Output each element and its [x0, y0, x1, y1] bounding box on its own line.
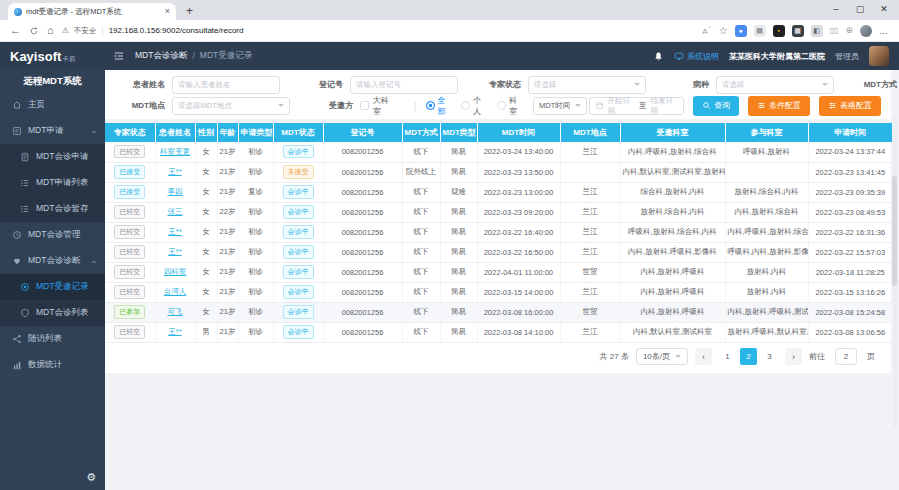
- sidebar-item-mdt-apply-draft[interactable]: MDT会诊暂存: [0, 196, 105, 222]
- browser-menu-icon[interactable]: …: [879, 26, 889, 36]
- sidebar-item-followup-list[interactable]: 随访列表: [0, 326, 105, 352]
- column-header-13: 申请时间: [808, 123, 892, 142]
- column-header-1: 患者姓名: [155, 123, 195, 142]
- page-button-1[interactable]: 1: [719, 348, 736, 365]
- collections-icon[interactable]: ⊕: [845, 26, 853, 35]
- extension-icon[interactable]: ◧: [811, 25, 823, 37]
- patient-name-link[interactable]: 台湾人: [164, 287, 187, 296]
- mdt-status-badge: 会诊中: [283, 285, 314, 298]
- table-row[interactable]: 已接受李四女21岁复诊会诊中0082001256线下疑难2022-03-23 1…: [105, 182, 892, 202]
- extension-icon[interactable]: ▦: [792, 25, 804, 37]
- registry-input[interactable]: [350, 76, 458, 94]
- sidebar-item-mdt-manage[interactable]: MDT会诊管理: [0, 222, 105, 248]
- sidebar-item-mdt-apply-form[interactable]: MDT会诊申请: [0, 144, 105, 170]
- refresh-icon[interactable]: [29, 25, 39, 36]
- sidebar-item-mdt-apply[interactable]: MDT申请: [0, 118, 105, 144]
- font-size-icon[interactable]: A⌃: [702, 26, 712, 36]
- cell-apply-type: 初诊: [238, 162, 273, 182]
- mdt-place-select[interactable]: 请选择MDT地点: [172, 97, 290, 115]
- system-help-link[interactable]: 系统说明: [674, 51, 719, 62]
- patient-name-link[interactable]: 王**: [168, 227, 181, 236]
- patient-name-link[interactable]: 王**: [168, 167, 181, 176]
- cell-mdt-mode: 线下: [402, 142, 440, 162]
- cell-expert-status: 已转交: [105, 142, 155, 162]
- page-size-select[interactable]: 10条/页: [636, 348, 688, 365]
- user-avatar[interactable]: [869, 46, 889, 66]
- extension-icon[interactable]: ▤: [754, 25, 766, 37]
- window-close-button[interactable]: ✕: [873, 0, 895, 20]
- big-dept-label: 大科室: [373, 95, 392, 117]
- disease-select[interactable]: 请选择: [716, 76, 834, 94]
- page-button-3[interactable]: 3: [761, 348, 778, 365]
- sidebar-item-mdt-diagnose[interactable]: MDT会诊诊断: [0, 248, 105, 274]
- invitee-radio-科室[interactable]: [497, 101, 506, 110]
- tab-title: mdt受邀记录 - 远程MDT系统: [26, 7, 161, 17]
- invitee-radio-全部[interactable]: [426, 101, 435, 110]
- browser-tab[interactable]: mdt受邀记录 - 远程MDT系统 ×: [8, 3, 176, 20]
- browser-profile-avatar[interactable]: [860, 25, 872, 37]
- table-row[interactable]: 已转交王**男21岁初诊会诊中0082001256线下简易2022-03-08 …: [105, 322, 892, 342]
- new-tab-button[interactable]: +: [186, 3, 193, 20]
- notification-bell-icon[interactable]: [653, 50, 664, 61]
- extension-icon[interactable]: ●: [735, 25, 747, 37]
- column-header-12: 参与科室: [725, 123, 808, 142]
- window-maximize-button[interactable]: ▢: [849, 0, 871, 20]
- scrollbar-thumb[interactable]: [892, 176, 897, 286]
- cell-apply-time: 2022-03-15 13:16:26: [808, 282, 892, 302]
- table-row[interactable]: 已接受王**女21岁初诊未接受0082001256院外线上简易2022-03-2…: [105, 162, 892, 182]
- tab-close-icon[interactable]: ×: [165, 7, 170, 16]
- page-button-2[interactable]: 2: [740, 348, 757, 365]
- window-minimize-button[interactable]: –: [825, 0, 847, 20]
- radio-label[interactable]: 科室: [509, 95, 523, 117]
- home-icon[interactable]: ⌂: [47, 25, 54, 36]
- patient-name-input[interactable]: [172, 76, 280, 94]
- invitee-radio-个人[interactable]: [461, 101, 470, 110]
- url-field[interactable]: ⚠ 不安全 | 192.168.0.156:9002/consultate/re…: [62, 26, 694, 36]
- sidebar-item-home[interactable]: 主页: [0, 92, 105, 118]
- cell-apply-type: 复诊: [238, 182, 273, 202]
- radio-label[interactable]: 全部: [438, 95, 452, 117]
- patient-name-link[interactable]: 李四: [168, 187, 183, 196]
- patient-name-link[interactable]: 四科室: [164, 267, 187, 276]
- back-icon[interactable]: ←: [10, 25, 21, 36]
- sidebar-item-label: MDT会诊管理: [28, 229, 80, 241]
- sidebar-item-mdt-invite-record[interactable]: MDT受邀记录: [0, 274, 105, 300]
- table-row[interactable]: 已转交张三女22岁初诊会诊中0082001256线下简易2022-03-23 0…: [105, 202, 892, 222]
- split-screen-icon[interactable]: ▯▯: [830, 27, 839, 35]
- patient-name-link[interactable]: 可飞: [168, 307, 183, 316]
- expert-status-select[interactable]: 请选择: [528, 76, 646, 94]
- patient-name-link[interactable]: 王**: [168, 247, 181, 256]
- condition-config-button[interactable]: 条件配置: [748, 96, 810, 116]
- patient-name-link[interactable]: 科室变更: [160, 147, 190, 156]
- patient-name-link[interactable]: 张三: [168, 207, 183, 216]
- mdt-place-label: MDT地点: [115, 100, 165, 111]
- sidebar-item-data-stats[interactable]: 数据统计: [0, 352, 105, 378]
- date-range-picker[interactable]: 开始日期 至 结束日期: [589, 97, 684, 115]
- table-row[interactable]: 已参加可飞女21岁初诊会诊中0082001256线下简易2022-03-08 1…: [105, 302, 892, 322]
- radio-label[interactable]: 个人: [473, 95, 487, 117]
- cell-mdt-status: 会诊中: [273, 222, 323, 242]
- table-row[interactable]: 已转交台湾人女21岁初诊会诊中0082001256线下简易2022-03-15 …: [105, 282, 892, 302]
- table-row[interactable]: 已转交王**女21岁初诊会诊中0082001256线下简易2022-03-22 …: [105, 242, 892, 262]
- settings-gear-icon[interactable]: ⚙: [86, 471, 96, 484]
- big-dept-checkbox[interactable]: [360, 101, 369, 110]
- table-row[interactable]: 已转交王**女21岁初诊会诊中0082001256线下简易2022-03-22 …: [105, 222, 892, 242]
- table-row[interactable]: 已转交四科室女21岁初诊会诊中0082001256线下简易2022-04-01 …: [105, 262, 892, 282]
- cell-invited-depts: 内科,放射科,呼吸科: [620, 302, 725, 322]
- favorite-star-icon[interactable]: ☆: [719, 25, 728, 36]
- search-button[interactable]: 查询: [693, 96, 739, 116]
- table-row[interactable]: 已转交科室变更女21岁初诊会诊中0082001256线下简易2022-03-24…: [105, 142, 892, 162]
- prev-page-button[interactable]: ‹: [695, 348, 712, 365]
- next-page-button[interactable]: ›: [785, 348, 802, 365]
- mdt-time-select[interactable]: MDT时间: [533, 97, 587, 115]
- goto-page-input[interactable]: [835, 348, 857, 365]
- sidebar-item-label: MDT会诊诊断: [28, 255, 80, 267]
- sidebar-item-mdt-apply-list[interactable]: MDT申请列表: [0, 170, 105, 196]
- table-config-button[interactable]: 表格配置: [819, 96, 881, 116]
- extension-icon[interactable]: ▪: [773, 25, 785, 37]
- cell-gender: 女: [195, 302, 217, 322]
- sidebar-fold-icon[interactable]: [113, 50, 125, 62]
- sidebar-item-mdt-consult-list[interactable]: MDT会诊列表: [0, 300, 105, 326]
- patient-name-link[interactable]: 王**: [168, 327, 181, 336]
- page-scrollbar[interactable]: [893, 116, 898, 428]
